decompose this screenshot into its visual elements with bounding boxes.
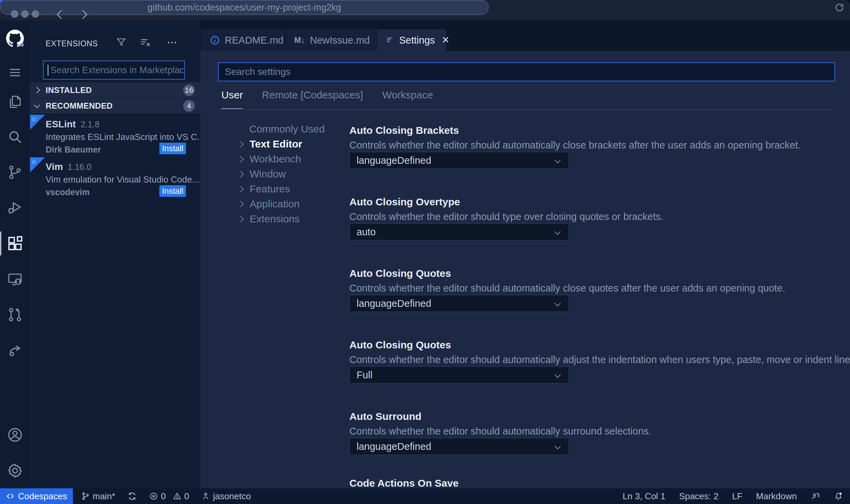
bell-icon [834, 491, 843, 501]
chevron-right-icon [237, 201, 243, 207]
extension-description: Vim emulation for Visual Studio Code... [46, 174, 199, 185]
star-icon: ☆ [31, 115, 36, 123]
account-icon[interactable] [0, 423, 30, 447]
sidebar-title: EXTENSIONS [46, 39, 98, 48]
star-icon: ☆ [31, 158, 36, 166]
run-debug-icon[interactable] [0, 195, 30, 220]
feedback-button[interactable] [810, 491, 820, 501]
setting-title: Code Actions On Save [349, 477, 459, 488]
indentation[interactable]: Spaces: 2 [679, 491, 719, 502]
remote-explorer-icon[interactable] [0, 267, 30, 292]
setting-dropdown-auto-closing-brackets[interactable]: languageDefined [349, 152, 569, 169]
language-mode[interactable]: Markdown [756, 491, 797, 502]
tab-strip: README.md M↓ NewIssue.md Settings ✕ [200, 20, 850, 51]
setting-dropdown-auto-indent[interactable]: Full [349, 366, 569, 383]
setting-dropdown-auto-closing-quotes[interactable]: languageDefined [349, 295, 569, 312]
toc-text-editor[interactable]: Text Editor [238, 137, 302, 152]
live-share-icon[interactable] [0, 338, 30, 362]
markdown-icon: M↓ [294, 35, 305, 45]
extension-description: Integrates ESLint JavaScript into VS C..… [46, 132, 205, 142]
editor-area: README.md M↓ NewIssue.md Settings ✕ User… [200, 20, 850, 488]
scope-tab-user[interactable]: User [221, 89, 243, 110]
window-close-button[interactable] [11, 10, 18, 18]
window-zoom-button[interactable] [32, 10, 39, 18]
tab-newissue[interactable]: M↓ NewIssue.md [285, 29, 376, 51]
scope-divider [218, 109, 835, 110]
window-minimize-button[interactable] [21, 10, 29, 18]
settings-scope-tabs: User Remote [Codespaces] Workspace [221, 89, 433, 110]
dropdown-value: languageDefined [357, 155, 431, 166]
remote-indicator[interactable]: Codespaces [0, 488, 73, 504]
setting-dropdown-auto-surround[interactable]: languageDefined [349, 438, 569, 455]
extension-name: Vim1.16.0 [46, 161, 91, 172]
toc-extensions[interactable]: Extensions [238, 211, 300, 226]
pull-requests-icon[interactable] [0, 302, 30, 327]
settings-gear-icon[interactable] [0, 458, 30, 483]
chevron-down-icon [554, 372, 561, 378]
toc-workbench[interactable]: Workbench [238, 152, 301, 167]
github-vscode-logo-icon[interactable] [0, 26, 30, 51]
settings-editor: User Remote [Codespaces] Workspace Commo… [200, 51, 850, 488]
setting-dropdown-auto-closing-overtype[interactable]: auto [349, 223, 569, 240]
close-icon[interactable]: ✕ [442, 35, 450, 45]
sync-status[interactable] [127, 491, 137, 501]
remote-label: Codespaces [18, 491, 67, 502]
search-icon[interactable] [0, 125, 30, 149]
chevron-right-icon [237, 141, 243, 147]
more-actions-icon[interactable] [166, 37, 178, 48]
setting-description: Controls whether the editor should autom… [349, 283, 785, 294]
settings-list-icon [385, 36, 394, 45]
errors-icon [149, 492, 158, 501]
user-status[interactable]: jasonetco [201, 491, 251, 502]
dropdown-value: languageDefined [357, 441, 431, 452]
extension-item-vim[interactable]: ☆ Vim1.16.0 Vim emulation for Visual Stu… [30, 157, 200, 201]
toc-features[interactable]: Features [238, 182, 290, 196]
dropdown-value: auto [357, 226, 376, 238]
explorer-icon[interactable] [0, 89, 30, 114]
address-bar[interactable]: github.com/codespaces/user-my-project-mg… [0, 0, 489, 15]
notifications-button[interactable] [834, 491, 843, 501]
install-button[interactable]: Install [159, 185, 186, 197]
toc-application[interactable]: Application [238, 196, 300, 211]
branch-icon [81, 492, 90, 501]
active-view-indicator [0, 232, 1, 255]
setting-description: Controls whether the editor should autom… [349, 354, 850, 365]
branch-status[interactable]: main* [81, 491, 115, 502]
chevron-right-icon [237, 156, 243, 162]
extension-item-eslint[interactable]: ☆ ESLint2.1.8 Integrates ESLint JavaScri… [30, 115, 200, 158]
section-recommended[interactable]: RECOMMENDED 4 [30, 98, 200, 113]
clear-extensions-icon[interactable] [140, 37, 151, 48]
info-icon [210, 35, 220, 45]
setting-description: Controls whether the editor should autom… [349, 426, 651, 437]
chevron-right-icon [34, 87, 40, 93]
extension-publisher: vscodevim [46, 187, 90, 197]
menu-icon[interactable] [0, 60, 30, 85]
extension-publisher: Dirk Baeumer [46, 145, 101, 155]
settings-search-input[interactable] [218, 62, 835, 81]
recommended-count-badge: 4 [183, 100, 195, 112]
person-icon [201, 492, 210, 501]
toc-window[interactable]: Window [238, 167, 286, 182]
tab-readme[interactable]: README.md [201, 29, 285, 51]
filter-icon[interactable] [116, 37, 127, 48]
tab-label: NewIssue.md [310, 35, 370, 46]
reload-icon[interactable] [834, 2, 845, 13]
install-button[interactable]: Install [159, 143, 186, 154]
problems-status[interactable]: 0 0 [149, 491, 189, 502]
scope-tab-remote[interactable]: Remote [Codespaces] [262, 89, 363, 110]
toc-commonly-used[interactable]: Commonly Used [238, 122, 325, 137]
extensions-icon[interactable] [0, 231, 30, 256]
section-label: INSTALLED [46, 85, 92, 95]
scope-tab-workspace[interactable]: Workspace [382, 89, 433, 110]
section-installed[interactable]: INSTALLED 16 [30, 82, 200, 98]
chevron-down-icon [34, 102, 40, 108]
extensions-search-input[interactable] [43, 61, 185, 80]
cursor-position[interactable]: Ln 3, Col 1 [623, 491, 665, 502]
source-control-icon[interactable] [0, 160, 30, 185]
activity-bar [0, 20, 30, 488]
sync-icon [127, 491, 137, 501]
browser-toolbar: github.com/codespaces/user-my-project-mg… [0, 0, 850, 20]
setting-title: Auto Closing Quotes [349, 339, 451, 351]
tab-settings[interactable]: Settings ✕ [377, 29, 446, 51]
eol-sequence[interactable]: LF [732, 491, 742, 502]
